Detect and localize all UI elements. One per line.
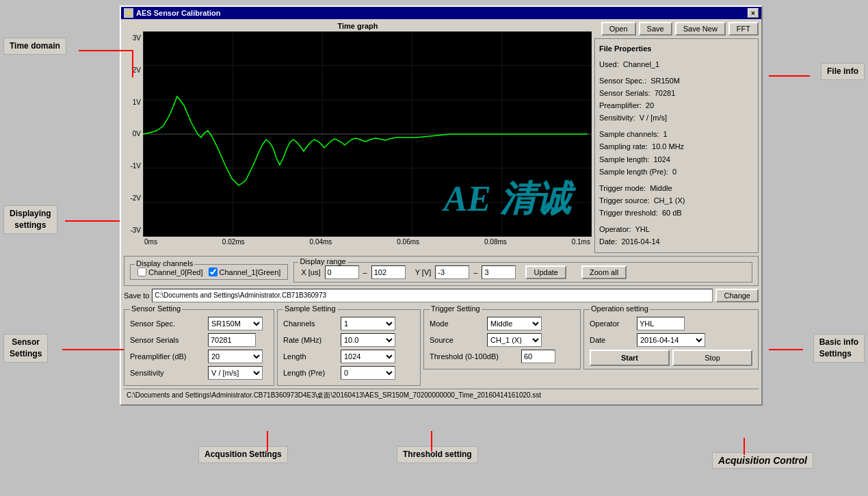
rate-select[interactable]: 10.0 <box>341 333 395 347</box>
graph-section: Time graph 3V 2V 1V 0V -1V -2V -3V <box>124 22 592 253</box>
sensor-spec-select[interactable]: SR150M <box>208 317 263 330</box>
zoom-all-button[interactable]: Zoom all <box>581 265 627 279</box>
open-button[interactable]: Open <box>601 22 636 36</box>
file-trigger-threshold: Trigger threshold: 60 dB <box>599 207 754 219</box>
x-range-label: X [us] <box>301 268 320 276</box>
file-date: Date: 2016-04-14 <box>599 235 754 248</box>
sensor-spec-label: Sensor Spec. <box>130 319 205 328</box>
trigger-setting-title: Trigger Setting <box>430 304 482 313</box>
sample-setting-panel: Sample Setting Channels 1 Rate (MHz) 10.… <box>277 309 421 386</box>
change-button[interactable]: Change <box>715 289 759 302</box>
threshold-setting-annotation: Threshold setting <box>397 446 478 463</box>
file-trigger-source: Trigger source: CH_1 (X) <box>599 194 754 207</box>
length-pre-select[interactable]: 0 <box>341 366 395 380</box>
save-new-button[interactable]: Save New <box>675 22 726 36</box>
save-button[interactable]: Save <box>639 22 672 36</box>
preamp-select[interactable]: 20 <box>208 350 263 363</box>
x-label-008: 0.08ms <box>484 238 507 246</box>
file-info-annotation: File info <box>821 63 865 80</box>
channel-0-checkbox[interactable] <box>137 267 146 276</box>
x-label-004: 0.04ms <box>310 238 332 246</box>
preamp-label: Preamplifier (dB) <box>130 352 205 361</box>
status-bar: C:\Documents and Settings\Administrator.… <box>124 389 759 402</box>
source-label: Source <box>430 336 484 344</box>
file-preamp: Preamplifier: 20 <box>599 99 754 112</box>
update-button[interactable]: Update <box>525 265 566 279</box>
y-range-to[interactable] <box>482 265 516 279</box>
mode-select[interactable]: Middle <box>487 317 542 330</box>
trigger-setting-panel: Trigger Setting Mode Middle Source CH_1 … <box>423 309 581 369</box>
file-serials: Sensor Serials: 70281 <box>599 87 754 99</box>
length-pre-label: Length (Pre) <box>283 369 338 377</box>
length-label: Length <box>283 352 338 361</box>
sensitivity-select[interactable]: V / [m/s] <box>208 366 263 380</box>
y-label-n1v: -1V <box>124 162 143 170</box>
y-label-n3v: -3V <box>124 226 143 234</box>
x-label-0: 0ms <box>144 238 157 246</box>
y-range-from[interactable] <box>435 265 469 279</box>
x-axis-labels: 0ms 0.02ms 0.04ms 0.06ms 0.08ms 0.1ms <box>143 238 592 246</box>
file-sample-length-pre: Sample length (Pre): 0 <box>599 166 754 178</box>
sensor-setting-panel: Sensor Setting Sensor Spec. SR150M Senso… <box>124 309 274 386</box>
length-select[interactable]: 1024 <box>341 350 395 363</box>
main-window: ⚡ AES Sensor Calibration × Time graph 3V… <box>120 5 763 406</box>
x-range-from[interactable] <box>325 265 359 279</box>
file-sensitivity: Sensitivity: V / [m/s] <box>599 112 754 124</box>
operation-setting-title: Operation setting <box>590 304 650 313</box>
file-props-title: File Properties <box>599 44 651 53</box>
source-select[interactable]: CH_1 (X) <box>487 333 542 347</box>
time-graph-canvas: AE 清诚 <box>143 31 592 237</box>
sample-setting-title: Sample Setting <box>283 304 337 313</box>
file-properties-panel: File Properties Used: Channel_1 Sensor S… <box>594 38 759 253</box>
y-label-2v: 2V <box>124 66 143 74</box>
file-used: Used: Channel_1 <box>599 58 754 70</box>
y-range-label: Y [V] <box>415 268 432 276</box>
channel-1-checkbox[interactable] <box>209 267 218 276</box>
operator-input[interactable] <box>637 317 685 330</box>
sensor-settings-annotation: Sensor Settings <box>3 334 48 363</box>
y-label-3v: 3V <box>124 34 143 42</box>
fft-button[interactable]: FFT <box>728 22 759 36</box>
acquisition-control-annotation: Acquisition Control <box>712 452 813 469</box>
sensor-serials-label: Sensor Serials <box>130 336 205 344</box>
channels-select[interactable]: 1 <box>341 317 395 330</box>
title-bar: ⚡ AES Sensor Calibration × <box>121 7 761 19</box>
date-label: Date <box>590 336 634 344</box>
save-path-input[interactable] <box>152 289 713 302</box>
date-select[interactable]: 2016-04-14 <box>637 333 705 347</box>
file-operator: Operator: YHL <box>599 223 754 235</box>
window-icon: ⚡ <box>124 8 133 18</box>
file-sample-channels: Sample channels: 1 <box>599 128 754 140</box>
x-range-to[interactable] <box>371 265 406 279</box>
file-sample-length: Sample length: 1024 <box>599 153 754 166</box>
y-label-0v: 0V <box>124 130 143 138</box>
channels-label: Channels <box>283 319 338 328</box>
file-sampling-rate: Sampling rate: 10.0 MHz <box>599 140 754 153</box>
file-sensor-spec: Sensor Spec.: SR150M <box>599 75 754 87</box>
operation-setting-panel: Operation setting Operator Date 2016-04-… <box>583 309 759 369</box>
time-domain-annotation: Time domain <box>3 38 66 55</box>
channel-1-label: Channel_1[Green] <box>209 267 281 276</box>
basic-info-annotation: Basic info Settings <box>813 334 865 363</box>
rate-label: Rate (MHz) <box>283 336 338 344</box>
y-label-1v: 1V <box>124 99 143 106</box>
close-button[interactable]: × <box>748 8 759 18</box>
operator-label: Operator <box>590 319 634 328</box>
x-label-006: 0.06ms <box>397 238 419 246</box>
displaying-settings-annotation: Displaying settings <box>3 205 57 234</box>
threshold-input[interactable] <box>521 350 555 363</box>
acquisition-settings-annotation: Acqusition Settings <box>198 446 288 463</box>
sensitivity-label: Sensitivity <box>130 369 205 377</box>
x-label-002: 0.02ms <box>222 238 245 246</box>
file-trigger-mode: Trigger mode: Middle <box>599 182 754 194</box>
display-range-title: Display range <box>298 257 347 265</box>
display-channels-title: Display channels <box>135 259 194 267</box>
x-label-01: 0.1ms <box>572 238 590 246</box>
y-range-dash: – <box>473 268 477 276</box>
stop-button[interactable]: Stop <box>672 350 752 366</box>
y-label-n2v: -2V <box>124 194 143 202</box>
start-button[interactable]: Start <box>590 350 670 366</box>
sensor-serials-input[interactable] <box>208 333 256 347</box>
graph-title: Time graph <box>124 22 592 30</box>
save-to-label: Save to <box>124 291 149 300</box>
